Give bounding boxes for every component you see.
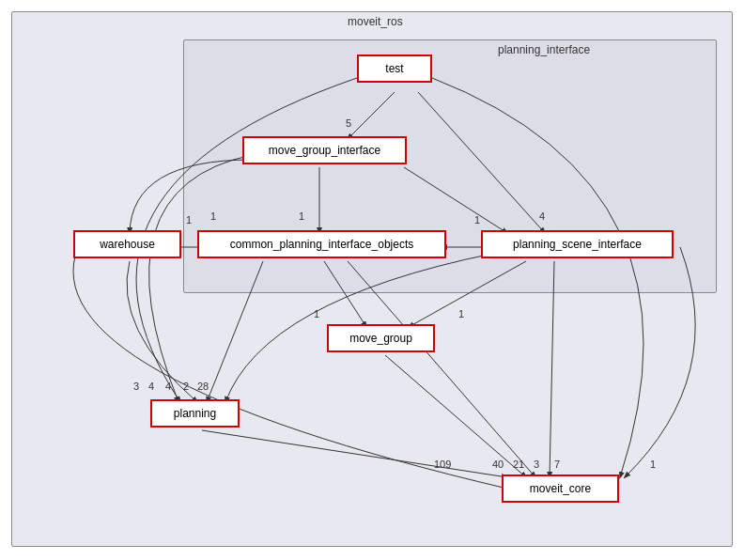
svg-line-9	[385, 355, 526, 477]
edge-label-2: 2	[183, 381, 189, 392]
edge-label-7: 7	[554, 459, 560, 470]
svg-line-1	[418, 92, 545, 233]
svg-line-3	[404, 167, 507, 233]
svg-line-6	[324, 261, 366, 327]
edge-label-1a: 1	[210, 210, 216, 222]
diagram-container: moveit_ros planning_interface	[0, 0, 744, 560]
edge-label-28: 28	[197, 381, 209, 392]
node-planning[interactable]: planning	[150, 399, 240, 428]
edge-label-4: 4	[539, 210, 545, 222]
svg-line-8	[207, 261, 263, 402]
node-planning-scene-interface[interactable]: planning_scene_interface	[481, 230, 674, 258]
node-test[interactable]: test	[357, 54, 432, 83]
node-move-group-interface[interactable]: move_group_interface	[242, 136, 407, 164]
svg-line-7	[409, 261, 526, 327]
node-move-group[interactable]: move_group	[327, 324, 435, 352]
edge-label-1e: 1	[314, 308, 319, 319]
edge-label-4b: 4	[148, 381, 154, 392]
edge-label-1b: 1	[299, 210, 304, 222]
edge-label-4c: 4	[165, 381, 171, 392]
edge-label-1g: 1	[650, 459, 656, 470]
arrows-svg	[0, 0, 744, 560]
edge-label-40: 40	[492, 459, 504, 470]
edge-label-3b: 3	[534, 459, 539, 470]
node-common-planning-interface-objects[interactable]: common_planning_interface_objects	[197, 230, 446, 258]
edge-label-21: 21	[513, 459, 524, 470]
svg-line-10	[202, 430, 507, 477]
edge-label-5: 5	[346, 117, 351, 129]
node-warehouse[interactable]: warehouse	[73, 230, 181, 258]
edge-label-1f: 1	[458, 308, 464, 319]
node-moveit-core[interactable]: moveit_core	[502, 474, 619, 503]
svg-line-11	[550, 261, 554, 477]
svg-line-0	[348, 92, 395, 139]
edge-label-109: 109	[434, 459, 451, 470]
svg-line-12	[348, 261, 535, 477]
edge-label-1c: 1	[186, 214, 192, 226]
edge-label-3: 3	[133, 381, 139, 392]
edge-label-1d: 1	[474, 214, 480, 226]
